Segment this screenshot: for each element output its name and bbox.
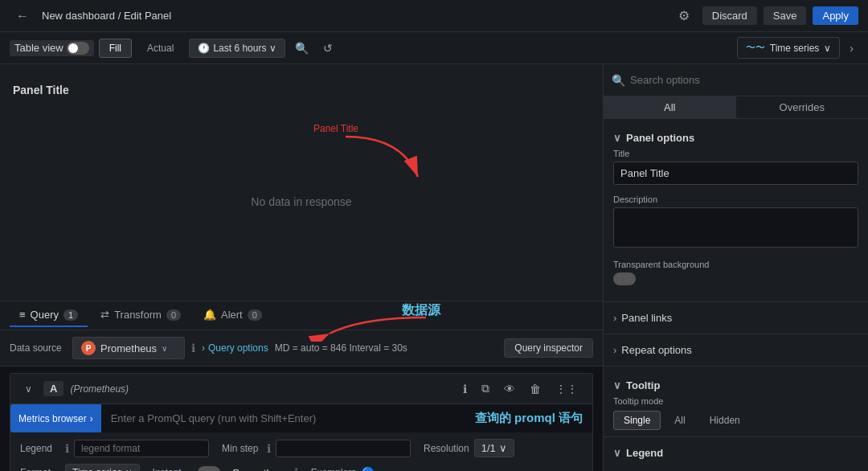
transform-count: 0 <box>166 309 181 321</box>
format-label: Format <box>20 467 60 471</box>
legend-label: Legend <box>20 443 60 454</box>
tooltip-modes: Single All Hidden <box>613 411 858 430</box>
search-icon: 🔍 <box>612 74 625 87</box>
resolution-caret: ∨ <box>499 442 507 454</box>
legend-caret: ∨ <box>613 447 621 459</box>
transform-icon: ⇄ <box>100 309 109 321</box>
metrics-browser-label: Metrics browser <box>18 413 87 424</box>
format-value: Time series <box>72 467 122 471</box>
panel-options-caret: ∨ <box>613 132 621 144</box>
zoom-out-button[interactable]: 🔍 <box>290 39 313 58</box>
tab-transform[interactable]: ⇄ Transform 0 <box>91 304 190 327</box>
transform-tab-label: Transform <box>114 309 162 321</box>
wave-icon: 〜〜 <box>746 41 765 55</box>
query-inspector-button[interactable]: Query inspector <box>504 338 593 358</box>
actual-button[interactable]: Actual <box>137 39 184 58</box>
collapse-query-button[interactable]: ∨ <box>20 380 37 398</box>
transparent-bg-toggle[interactable] <box>613 272 636 285</box>
discard-button[interactable]: Discard <box>702 6 757 25</box>
datasource-label: Data source <box>10 342 66 354</box>
tab-alert[interactable]: 🔔 Alert 0 <box>194 304 272 327</box>
transparent-bg-label: Transparent background <box>613 260 858 269</box>
tooltip-hidden-button[interactable]: Hidden <box>699 411 751 430</box>
toolbar-right: 〜〜 Time series ∨ › <box>737 37 858 59</box>
settings-button[interactable]: ⚙ <box>672 5 696 27</box>
time-series-label: Time series <box>770 43 820 54</box>
topbar-left: ← New dashboard / Edit Panel <box>10 6 672 27</box>
prometheus-format-info-button[interactable]: ℹ <box>294 466 298 471</box>
back-button[interactable]: ← <box>10 6 35 27</box>
description-field-label: Description <box>613 195 858 204</box>
promql-input[interactable] <box>101 404 465 432</box>
datasource-info-button[interactable]: ℹ <box>191 342 195 354</box>
tooltip-caret: ∨ <box>613 379 621 391</box>
save-button[interactable]: Save <box>764 6 807 25</box>
query-drag-button[interactable]: ⋮⋮ <box>551 379 583 399</box>
panel-links-label: Panel links <box>621 312 672 324</box>
tooltip-all-button[interactable]: All <box>664 411 695 430</box>
resolution-group: Resolution 1/1 ∨ <box>424 439 514 457</box>
legend-header[interactable]: ∨ Legend <box>613 444 858 462</box>
alert-icon: 🔔 <box>203 309 216 321</box>
toolbar: Table view Fill Actual 🕐 Last 6 hours ∨ … <box>0 32 868 64</box>
instant-toggle[interactable] <box>198 466 220 471</box>
query-copy-button[interactable]: ⧉ <box>477 379 494 399</box>
query-block-header: ∨ A (Prometheus) ℹ ⧉ 👁 🗑 ⋮⋮ <box>10 374 592 404</box>
collapse-right-panel-button[interactable]: › <box>845 39 858 58</box>
search-input[interactable] <box>630 74 860 86</box>
exemplars-toggle[interactable]: 🔵 <box>361 466 375 471</box>
legend-title: Legend <box>626 447 663 459</box>
prometheus-format-group: Prometheus ℹ <box>233 466 298 471</box>
title-field-input[interactable] <box>613 162 858 185</box>
legend-group: Legend ℹ <box>20 440 209 457</box>
tab-all[interactable]: All <box>604 96 736 118</box>
refresh-button[interactable]: ↺ <box>318 39 338 58</box>
visualization-picker[interactable]: 〜〜 Time series ∨ <box>737 37 841 59</box>
resolution-select[interactable]: 1/1 ∨ <box>474 439 514 457</box>
description-field-input[interactable] <box>613 207 858 248</box>
transparent-bg-toggle-row <box>613 272 858 285</box>
description-field-group: Description <box>613 195 858 250</box>
datasource-name: Prometheus <box>100 342 157 354</box>
minstep-label: Min step <box>222 443 262 454</box>
legend-info-button[interactable]: ℹ <box>65 442 69 455</box>
panel-links-header[interactable]: › Panel links <box>613 307 858 329</box>
panel-title: Panel Title <box>13 84 69 96</box>
chevron-down-icon: ∨ <box>824 43 831 54</box>
tooltip-section-header[interactable]: ∨ Tooltip <box>613 373 858 396</box>
repeat-options-header[interactable]: › Repeat options <box>613 339 858 361</box>
table-view-toggle[interactable]: Table view <box>10 40 94 56</box>
tooltip-mode-label: Tooltip mode <box>613 396 858 406</box>
fill-button[interactable]: Fill <box>99 39 132 58</box>
query-block-a: ∨ A (Prometheus) ℹ ⧉ 👁 🗑 ⋮⋮ Metrics brow… <box>10 373 593 471</box>
options-row-1: Legend ℹ Min step ℹ Resolution 1/1 ∨ <box>10 432 592 464</box>
resolution-value: 1/1 <box>481 442 496 454</box>
format-select[interactable]: Time series ∨ <box>65 464 140 471</box>
minstep-input[interactable] <box>276 440 411 457</box>
table-view-switch[interactable] <box>67 42 89 55</box>
tooltip-single-button[interactable]: Single <box>613 411 661 430</box>
chinese-promql-label: 查询的 promql 语句 <box>465 404 592 432</box>
query-delete-button[interactable]: 🗑 <box>525 379 546 399</box>
query-count: 1 <box>63 309 78 321</box>
main-content: Panel Title No data in response Panel Ti… <box>0 64 868 471</box>
tooltip-title: Tooltip <box>626 379 660 391</box>
legend-input[interactable] <box>74 440 209 457</box>
repeat-options-caret: › <box>613 344 616 356</box>
tab-query[interactable]: ≡ Query 1 <box>10 304 88 327</box>
query-visibility-button[interactable]: 👁 <box>499 379 520 399</box>
minstep-info-button[interactable]: ℹ <box>267 442 271 455</box>
panel-links-caret: › <box>613 312 616 324</box>
repeat-options-label: Repeat options <box>621 344 691 356</box>
metrics-browser-button[interactable]: Metrics browser › <box>10 404 101 432</box>
datasource-select[interactable]: P Prometheus ∨ <box>72 337 185 359</box>
tab-overrides[interactable]: Overrides <box>736 96 869 118</box>
no-data-message: No data in response <box>251 103 351 301</box>
apply-button[interactable]: Apply <box>813 6 858 25</box>
query-info-button[interactable]: ℹ <box>458 379 472 399</box>
query-options-button[interactable]: › Query options <box>202 342 268 354</box>
tooltip-section: ∨ Tooltip Tooltip mode Single All Hidden <box>604 366 868 436</box>
title-field-group: Title <box>613 149 858 185</box>
time-range-picker[interactable]: 🕐 Last 6 hours ∨ <box>189 39 285 58</box>
panel-options-header[interactable]: ∨ Panel options <box>613 125 858 149</box>
